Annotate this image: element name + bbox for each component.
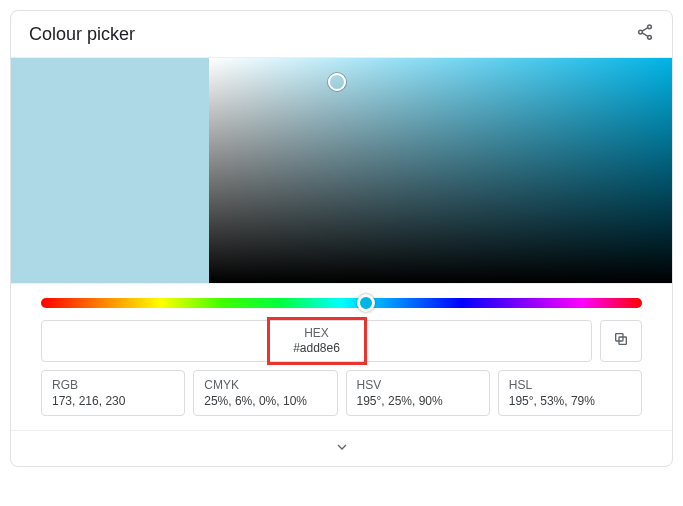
hue-slider[interactable] bbox=[41, 298, 642, 308]
expand-button[interactable] bbox=[11, 430, 672, 466]
header: Colour picker bbox=[11, 11, 672, 57]
hsv-label: HSV bbox=[357, 377, 479, 393]
colour-picker-card: Colour picker HEX #add8e6 bbox=[10, 10, 673, 467]
colour-swatch bbox=[11, 58, 209, 283]
hex-row: HEX #add8e6 bbox=[11, 318, 672, 368]
sv-cursor[interactable] bbox=[328, 73, 346, 91]
chevron-down-icon bbox=[334, 439, 350, 459]
svg-point-1 bbox=[639, 30, 643, 34]
cmyk-label: CMYK bbox=[204, 377, 326, 393]
hue-slider-wrap bbox=[11, 284, 672, 318]
copy-icon bbox=[613, 331, 629, 351]
hex-value: #add8e6 bbox=[293, 341, 340, 356]
saturation-value-area[interactable] bbox=[209, 58, 672, 283]
format-rgb[interactable]: RGB 173, 216, 230 bbox=[41, 370, 185, 416]
svg-line-4 bbox=[642, 33, 648, 36]
rgb-label: RGB bbox=[52, 377, 174, 393]
rgb-value: 173, 216, 230 bbox=[52, 393, 174, 409]
svg-line-3 bbox=[642, 28, 648, 31]
formats-row: RGB 173, 216, 230 CMYK 25%, 6%, 0%, 10% … bbox=[11, 368, 672, 430]
svg-point-0 bbox=[648, 25, 652, 29]
hex-label: HEX bbox=[293, 326, 340, 341]
cmyk-value: 25%, 6%, 0%, 10% bbox=[204, 393, 326, 409]
format-hsl[interactable]: HSL 195°, 53%, 79% bbox=[498, 370, 642, 416]
hsl-value: 195°, 53%, 79% bbox=[509, 393, 631, 409]
share-icon[interactable] bbox=[636, 23, 654, 45]
page-title: Colour picker bbox=[29, 24, 135, 45]
format-cmyk[interactable]: CMYK 25%, 6%, 0%, 10% bbox=[193, 370, 337, 416]
svg-point-2 bbox=[648, 35, 652, 39]
format-hsv[interactable]: HSV 195°, 25%, 90% bbox=[346, 370, 490, 416]
hue-thumb[interactable] bbox=[357, 294, 375, 312]
hex-input[interactable]: HEX #add8e6 bbox=[41, 320, 592, 362]
hsv-value: 195°, 25%, 90% bbox=[357, 393, 479, 409]
copy-button[interactable] bbox=[600, 320, 642, 362]
picker-area bbox=[11, 57, 672, 284]
hsl-label: HSL bbox=[509, 377, 631, 393]
